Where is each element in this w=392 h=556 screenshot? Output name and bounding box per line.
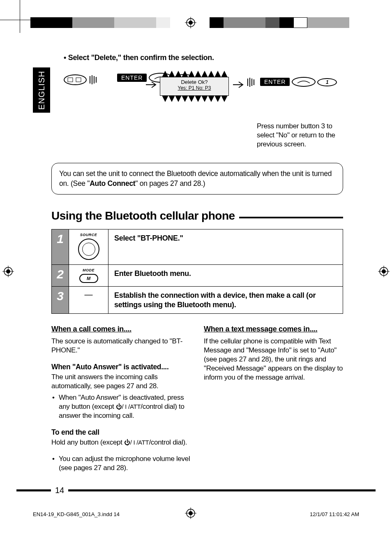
footer-filename: EN14-19_KD-G845_001A_3.indd 14 [33, 511, 120, 517]
subheading: When a text message comes in.... [204, 324, 343, 334]
page-bar-right [68, 489, 376, 491]
section-heading: Using the Bluetooth cellular phone [51, 209, 343, 222]
footer-meta: EN14-19_KD-G845_001A_3.indd 14 12/1/07 1… [33, 511, 359, 517]
lcd-line-2: Yes: P1 No: P3 [160, 85, 228, 91]
step-number: 3 [52, 287, 69, 306]
sound-icon [247, 77, 256, 88]
mode-button-letter: M [87, 276, 90, 281]
subheading: When a call comes in.... [51, 324, 191, 334]
steps-table: 1 SOURCE Select "BT-PHONE." 2 MODE M Ent… [51, 229, 343, 314]
step-icon-label: SOURCE [71, 233, 106, 237]
page-bar-left [16, 489, 51, 491]
step-icon-label: MODE [71, 268, 106, 272]
enter-button-label: ENTER [260, 78, 290, 86]
crop-mark [0, 20, 33, 20]
enter-button-icon [292, 77, 316, 87]
body-text-part: /control dial). [149, 438, 187, 446]
number-1-button-icon: 1 [317, 78, 337, 86]
svg-rect-16 [68, 78, 73, 82]
lcd-display: Delete Ok? Yes: P1 No: P3 [160, 77, 229, 96]
source-dial-icon [78, 239, 99, 260]
arrow-right-icon [146, 81, 158, 90]
language-tab: ENGLISH [33, 67, 50, 113]
body-text: The source is automatically changed to "… [51, 337, 191, 355]
diagram-note: Press number button 3 to select "No" or … [257, 122, 347, 149]
body-text: Hold any button (except ⏻/ I /ATT/contro… [51, 438, 191, 447]
footer-timestamp: 12/1/07 11:01:42 AM [310, 511, 359, 517]
step-row-2: 2 MODE M Enter Bluetooth menu. [52, 265, 343, 287]
step-description: Enter Bluetooth menu. [108, 265, 343, 287]
instruction-bullet: Select "Delete," then confirm the select… [64, 53, 343, 62]
subheading: To end the call [51, 428, 191, 437]
section-heading-text: Using the Bluetooth cellular phone [51, 209, 235, 222]
sound-icon [89, 74, 98, 85]
enter-button-label: ENTER [117, 74, 147, 82]
crop-mark [20, 0, 20, 33]
arrow-right-icon [233, 81, 245, 90]
subheading: When "Auto Answer" is activated.... [51, 362, 191, 372]
registration-mark-icon [185, 17, 196, 28]
registration-mark-icon [2, 266, 14, 277]
language-tab-label: ENGLISH [37, 71, 46, 110]
page-number-bar: 14 [16, 486, 376, 495]
auto-connect-info-box: You can set the unit to connect the Blue… [51, 163, 343, 195]
page-number: 14 [51, 486, 68, 495]
list-item: When "Auto Answer" is deactivated, press… [51, 393, 191, 420]
info-text-post: " on pages 27 and 28.) [135, 179, 205, 188]
svg-rect-17 [76, 78, 81, 82]
right-column: When a text message comes in.... If the … [204, 324, 343, 475]
mode-button-icon: M [79, 274, 98, 283]
dash-icon: — [71, 290, 106, 299]
lcd-emphasis-icon [160, 94, 228, 103]
step-row-1: 1 SOURCE Select "BT-PHONE." [52, 229, 343, 265]
step-number: 2 [52, 265, 69, 284]
info-text-bold: Auto Connect [90, 179, 135, 188]
left-column: When a call comes in.... The source is a… [51, 324, 191, 475]
delete-diagram: ENTER 1 Delete Ok? Yes: P1 No: P3 [51, 70, 343, 118]
step-description: Select "BT-PHONE." [108, 229, 343, 265]
body-text: The unit answers the incoming calls auto… [51, 373, 191, 391]
step-number: 1 [52, 229, 69, 248]
lcd-line-1: Delete Ok? [160, 79, 228, 85]
color-bar-top-left [30, 17, 170, 28]
step-description: Establish the connection with a device, … [108, 287, 343, 314]
registration-mark-icon [378, 266, 390, 277]
color-bar-top-right [210, 17, 349, 28]
power-att-glyph: ⏻/ I /ATT [124, 439, 149, 446]
lcd-emphasis-icon [160, 70, 228, 79]
list-item: You can adjust the microphone volume lev… [51, 454, 191, 473]
remote-display-icon [64, 74, 87, 85]
power-att-glyph: ⏻/ I /ATT [116, 403, 141, 410]
heading-rule [239, 217, 343, 218]
body-text-part: Hold any button (except [51, 438, 124, 446]
body-text: If the cellular phone is compatible with… [204, 337, 343, 382]
step-row-3: 3 — Establish the connection with a devi… [52, 287, 343, 314]
